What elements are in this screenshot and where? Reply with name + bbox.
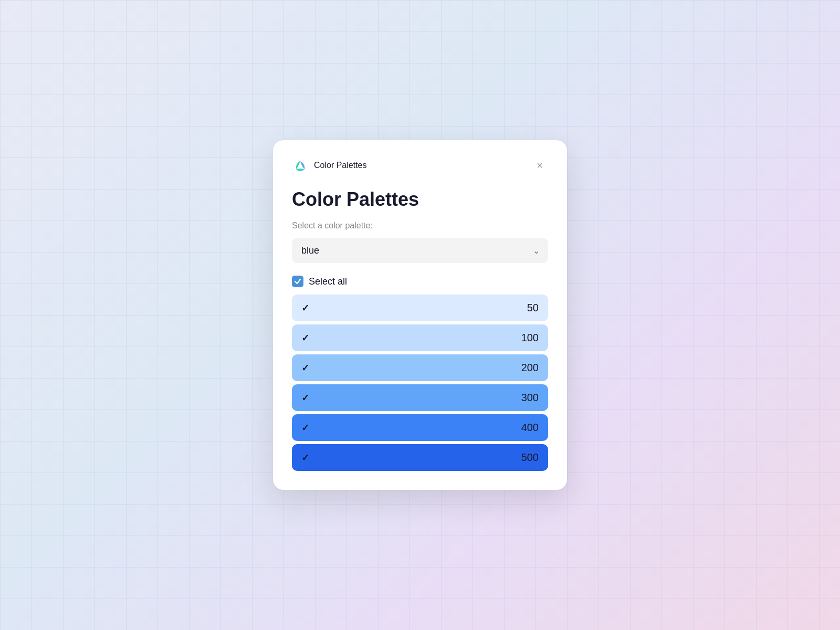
color-item[interactable]: ✓300 bbox=[292, 384, 548, 411]
color-value-label: 500 bbox=[521, 452, 539, 464]
color-item-check: ✓ bbox=[301, 452, 309, 464]
close-button[interactable]: × bbox=[531, 157, 548, 174]
color-item[interactable]: ✓100 bbox=[292, 324, 548, 351]
palette-dropdown-container: blue red green purple orange ⌄ bbox=[292, 238, 548, 263]
color-list: ✓50✓100✓200✓300✓400✓500 bbox=[292, 295, 548, 471]
select-all-label: Select all bbox=[309, 276, 347, 287]
titlebar-title: Color Palettes bbox=[314, 161, 367, 170]
color-item[interactable]: ✓200 bbox=[292, 354, 548, 381]
checkmark-icon: ✓ bbox=[301, 392, 309, 404]
dialog-titlebar: Color Palettes × bbox=[292, 157, 548, 174]
color-palettes-dialog: Color Palettes × Color Palettes Select a… bbox=[273, 140, 567, 490]
color-value-label: 300 bbox=[521, 392, 539, 404]
color-item-check: ✓ bbox=[301, 332, 309, 344]
titlebar-left: Color Palettes bbox=[292, 157, 367, 174]
palette-dropdown[interactable]: blue red green purple orange bbox=[292, 238, 548, 263]
color-item[interactable]: ✓500 bbox=[292, 444, 548, 471]
select-all-checkbox[interactable] bbox=[292, 276, 303, 287]
checkmark-icon: ✓ bbox=[301, 362, 309, 374]
select-all-row[interactable]: Select all bbox=[292, 276, 548, 287]
checkmark-icon: ✓ bbox=[301, 422, 309, 434]
color-item-check: ✓ bbox=[301, 362, 309, 374]
color-value-label: 400 bbox=[521, 422, 539, 434]
app-icon bbox=[292, 157, 309, 174]
subtitle-label: Select a color palette: bbox=[292, 221, 548, 230]
color-item-check: ✓ bbox=[301, 302, 309, 314]
color-item[interactable]: ✓400 bbox=[292, 414, 548, 441]
color-value-label: 50 bbox=[527, 302, 539, 314]
checkmark-icon: ✓ bbox=[301, 302, 309, 314]
checkmark-icon: ✓ bbox=[301, 452, 309, 464]
page-title: Color Palettes bbox=[292, 188, 548, 211]
color-item[interactable]: ✓50 bbox=[292, 295, 548, 321]
color-item-check: ✓ bbox=[301, 422, 309, 434]
color-value-label: 200 bbox=[521, 362, 539, 374]
color-value-label: 100 bbox=[521, 332, 539, 344]
checkmark-icon: ✓ bbox=[301, 332, 309, 344]
color-item-check: ✓ bbox=[301, 392, 309, 404]
